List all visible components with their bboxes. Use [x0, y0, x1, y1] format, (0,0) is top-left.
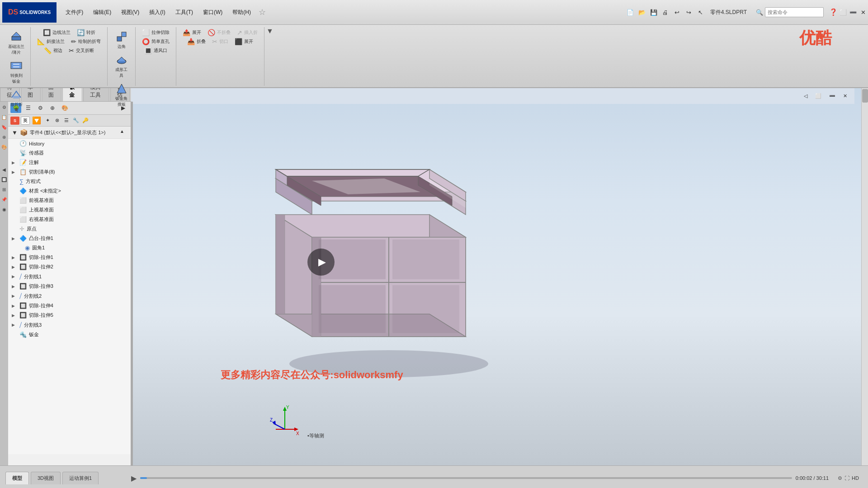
tree-item-cut-extrude5[interactable]: ▶ 🔲 切除-拉伸5 — [8, 310, 131, 320]
tree-item-cut-extrude3[interactable]: ▶ 🔲 切除-拉伸3 — [8, 282, 131, 291]
search-input[interactable] — [765, 7, 824, 17]
simple-hole-icon: ⭕ — [142, 38, 150, 45]
material-icon: 🔷 — [19, 188, 27, 194]
panel-config-btn[interactable]: ⚙ — [35, 103, 46, 113]
menu-edit[interactable]: 编辑(E) — [89, 7, 116, 18]
toolbar-extruded-cut[interactable]: ⬜ 拉伸切除 — [139, 28, 172, 37]
lv-icon-6[interactable]: ◀ — [1, 166, 7, 173]
menu-window[interactable]: 窗口(W) — [198, 7, 227, 18]
menu-help[interactable]: 帮助(H) — [228, 7, 255, 18]
filter-icon2[interactable]: ⊗ — [53, 117, 61, 125]
menu-insert[interactable]: 插入(I) — [145, 7, 170, 18]
tree-item-front-plane[interactable]: ⬜ 前视基准面 — [8, 196, 131, 205]
tree-item-history[interactable]: 🕐 History — [8, 139, 131, 148]
toolbar-louver[interactable]: 🔳 通风口 — [142, 46, 170, 55]
tree-item-split2[interactable]: ▶ ⧸ 分割线2 — [8, 291, 131, 301]
filter-icon3[interactable]: ☰ — [62, 117, 71, 125]
toolbar-flatten[interactable]: ⬛ 展开 — [232, 37, 256, 46]
flatten-icon: ⬛ — [235, 38, 242, 45]
tree-item-split1[interactable]: ▶ ⧸ 分割线1 — [8, 272, 131, 282]
lv-icon-7[interactable]: 🔲 — [1, 176, 7, 183]
tree-item-material[interactable]: 🔷 材质 <未指定> — [8, 186, 131, 196]
toolbar-forming-tool[interactable]: 成形工具 — [111, 51, 132, 80]
quick-redo-icon[interactable]: ↪ — [684, 7, 694, 17]
menu-file[interactable]: 文件(F) — [61, 7, 88, 18]
splitter[interactable] — [131, 102, 133, 465]
toolbar-unfold[interactable]: 📤 展开 — [180, 28, 204, 37]
toolbar-unfold-bend[interactable]: 放折折弯 — [6, 86, 27, 115]
lv-icon-9[interactable]: 📌 — [1, 196, 7, 202]
toolbar-drawn-bend[interactable]: ✏ 绘制的折弯 — [68, 37, 104, 46]
tree-item-sensor[interactable]: 📡 传感器 — [8, 148, 131, 158]
toolbar-gusset[interactable]: 钣金角撑板 — [111, 80, 132, 109]
filter-active-icon[interactable]: ✦ — [43, 117, 52, 125]
menu-tools[interactable]: 工具(T) — [171, 7, 198, 18]
video-fullscreen-icon[interactable]: ⛶ — [844, 475, 849, 481]
tree-item-cut-extrude1[interactable]: ▶ 🔲 切除-拉伸1 — [8, 253, 131, 262]
panel-color-btn[interactable]: 🎨 — [59, 103, 70, 113]
lv-icon-2[interactable]: 📋 — [1, 114, 7, 120]
tree-item-fillet1[interactable]: ◉ 圆角1 — [8, 243, 131, 253]
toolbar-hem[interactable]: 📏 褶边 — [41, 46, 65, 55]
right-scrollbar[interactable] — [861, 88, 868, 465]
quick-cursor-icon[interactable]: ↖ — [696, 7, 706, 17]
lv-icon-5[interactable]: 🎨 — [1, 144, 7, 150]
toolbar-fold2[interactable]: 📥 折叠 — [184, 37, 208, 46]
toolbar-convert-sheetmetal[interactable]: 转换到钣金 — [6, 57, 27, 86]
expand-icon[interactable]: ⬜ — [838, 7, 848, 17]
tree-item-equations[interactable]: ∑ 方程式 — [8, 177, 131, 186]
bottom-tab-3dview[interactable]: 3D视图 — [31, 472, 61, 484]
quick-save-icon[interactable]: 💾 — [649, 7, 659, 17]
tree-item-cut-extrude2[interactable]: ▶ 🔲 切除-拉伸2 — [8, 262, 131, 272]
tree-item-boss-extrude1[interactable]: ▶ 🔷 凸台-拉伸1 — [8, 234, 131, 243]
progress-bar[interactable] — [140, 477, 792, 479]
toolbar-cross-break[interactable]: ✂ 交叉折断 — [66, 46, 97, 55]
tree-item-split3[interactable]: ▶ ⧸ 分割线3 — [8, 320, 131, 330]
toolbar-group-cut: ⬜ 拉伸切除 ⭕ 简单直孔 🔳 通风口 — [136, 27, 176, 86]
tree-item-annotation[interactable]: ▶ 📝 注解 — [8, 158, 131, 167]
minimize-icon[interactable]: ➖ — [848, 7, 858, 17]
toolbar-insert-bend[interactable]: ↗ 插入折 — [234, 28, 260, 37]
toolbar-expand-icon[interactable]: ▼ — [266, 27, 274, 35]
menu-view[interactable]: 视图(V) — [117, 7, 144, 18]
quick-print-icon[interactable]: 🖨 — [660, 7, 670, 17]
toolbar-base-flange[interactable]: 基础法兰/薄片 — [6, 28, 27, 57]
play-button[interactable] — [307, 249, 335, 276]
cutlist-icon: 📋 — [19, 169, 27, 175]
toolbar-simple-hole[interactable]: ⭕ 简单直孔 — [139, 37, 172, 46]
toolbar-cut-slot[interactable]: ✂ 切口 — [209, 37, 231, 46]
toolbar-corner[interactable]: 边角 — [111, 28, 132, 51]
quick-new-icon[interactable]: 📄 — [625, 7, 635, 17]
panel-target-btn[interactable]: ⊕ — [47, 103, 58, 113]
svg-marker-23 — [276, 215, 285, 314]
tree-item-right-plane[interactable]: ⬜ 右视基准面 — [8, 215, 131, 224]
toolbar-miter-flange[interactable]: 📐 斜接法兰 — [34, 37, 67, 46]
quick-open-icon[interactable]: 📂 — [637, 7, 647, 17]
lv-icon-8[interactable]: ⊞ — [1, 186, 7, 192]
video-settings-icon[interactable]: ⚙ — [838, 475, 842, 481]
tree-item-origin[interactable]: ✛ 原点 — [8, 224, 131, 234]
viewport[interactable]: ◁ ⬜ ➖ ✕ — [131, 88, 861, 465]
lang-english-btn[interactable]: 英 — [21, 117, 30, 125]
help-icon[interactable]: ❓ — [828, 7, 838, 17]
toolbar-fold[interactable]: 🔄 转折 — [74, 28, 98, 37]
tree-item-sheetmetal[interactable]: 🔩 钣金 — [8, 330, 131, 339]
filter-spanner-icon[interactable]: 🔑 — [81, 117, 90, 125]
tree-item-cutlist[interactable]: ▶ 📋 切割清单(8) — [8, 167, 131, 177]
filter-icon[interactable]: 🔽 — [32, 116, 41, 125]
tree-item-top-plane[interactable]: ⬜ 上视基准面 — [8, 205, 131, 215]
bottom-tab-model[interactable]: 模型 — [5, 472, 29, 484]
video-play-icon[interactable]: ▶ — [131, 474, 137, 483]
quick-undo-icon[interactable]: ↩ — [672, 7, 682, 17]
lv-icon-4[interactable]: ⊕ — [1, 134, 7, 140]
tree-root-scroll-up[interactable]: ▲ — [120, 129, 127, 136]
filter-wrench-icon[interactable]: 🔧 — [72, 117, 80, 125]
tree-item-cut-extrude4[interactable]: ▶ 🔲 切除-拉伸4 — [8, 301, 131, 310]
bottom-tab-motion[interactable]: 运动算例1 — [62, 472, 99, 484]
close-icon[interactable]: ✕ — [858, 7, 868, 17]
toolbar-no-bend[interactable]: 🚫 不折叠 — [205, 28, 233, 37]
lv-icon-3[interactable]: 🔖 — [1, 124, 7, 130]
toolbar-edge-flange[interactable]: 🔲 边线法兰 — [40, 28, 73, 37]
tree-root[interactable]: ▼ 📦 零件4 (默认<<默认>_显示状态 1>) ▲ — [8, 127, 131, 139]
lv-icon-10[interactable]: ◉ — [1, 206, 7, 212]
